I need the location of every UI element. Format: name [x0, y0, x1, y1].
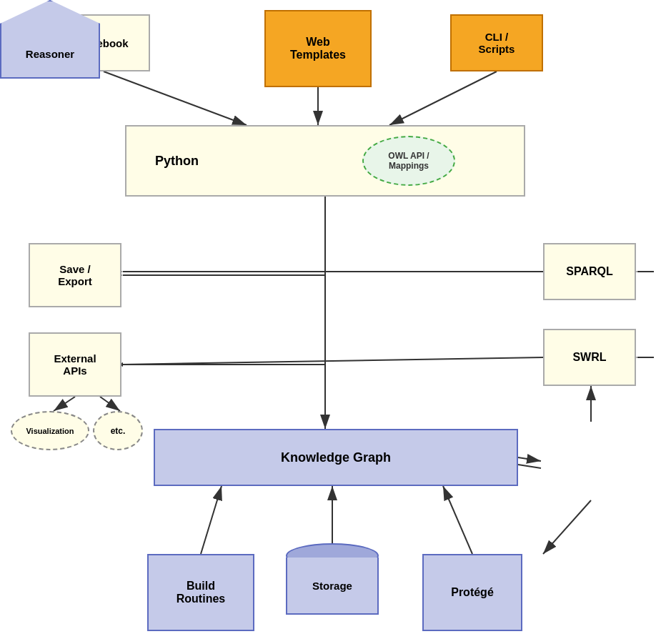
build-routines-label: BuildRoutines — [177, 580, 225, 605]
visualization-label: Visualization — [26, 427, 74, 435]
svg-line-17 — [518, 465, 541, 468]
web-templates-label: WebTemplates — [290, 36, 346, 61]
python-box: Python OWL API /Mappings — [125, 125, 525, 197]
svg-line-14 — [54, 397, 75, 411]
knowledge-graph-label: Knowledge Graph — [281, 450, 391, 465]
web-templates-box: WebTemplates — [264, 10, 372, 87]
protege-box: Protégé — [422, 554, 522, 631]
etc-oval: etc. — [93, 411, 143, 450]
etc-label: etc. — [111, 426, 126, 436]
svg-line-19 — [543, 500, 591, 554]
svg-line-22 — [443, 486, 472, 554]
external-apis-box: ExternalAPIs — [29, 332, 121, 397]
owl-api-oval: OWL API /Mappings — [362, 136, 455, 186]
sparql-label: SPARQL — [566, 265, 612, 278]
cli-scripts-label: CLI /Scripts — [479, 31, 515, 55]
svg-line-20 — [201, 486, 222, 554]
swrl-label: SWRL — [572, 351, 606, 364]
svg-line-16 — [518, 457, 541, 461]
svg-line-2 — [104, 71, 247, 125]
knowledge-graph-box: Knowledge Graph — [154, 429, 518, 486]
storage-label: Storage — [312, 580, 352, 592]
save-export-box: Save /Export — [29, 243, 121, 307]
protege-label: Protégé — [451, 586, 494, 599]
python-label: Python — [155, 154, 199, 169]
cylinder-body: Storage — [286, 558, 379, 615]
cli-scripts-box: CLI /Scripts — [450, 14, 543, 71]
storage-cylinder: Storage — [286, 543, 379, 622]
swrl-box: SWRL — [543, 329, 636, 386]
owl-api-label: OWL API /Mappings — [388, 151, 429, 171]
external-apis-label: ExternalAPIs — [54, 352, 96, 377]
save-export-label: Save /Export — [58, 263, 92, 287]
build-routines-box: BuildRoutines — [147, 554, 254, 631]
sparql-box: SPARQL — [543, 243, 636, 300]
svg-line-15 — [100, 397, 120, 411]
visualization-oval: Visualization — [11, 411, 89, 450]
svg-line-11 — [123, 357, 543, 365]
svg-line-4 — [389, 71, 497, 125]
diagram-container: Notebook WebTemplates CLI /Scripts Pytho… — [0, 0, 661, 644]
reasoner-label: Reasoner — [26, 48, 74, 60]
reasoner-box: Reasoner — [0, 0, 100, 79]
